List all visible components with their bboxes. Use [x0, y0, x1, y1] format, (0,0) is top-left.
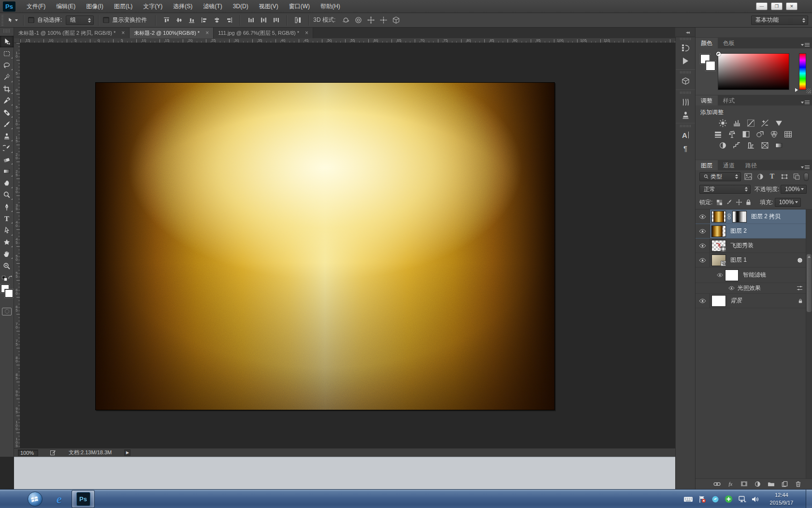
input-method-keyboard-icon[interactable]	[683, 496, 693, 503]
tool-eyedropper[interactable]	[0, 95, 14, 106]
invert-icon[interactable]	[718, 141, 727, 149]
saturation-brightness-picker[interactable]	[718, 53, 789, 90]
paragraph-panel-icon[interactable]: ¶	[678, 142, 693, 154]
layer-filter-type-dropdown[interactable]: 类型	[699, 172, 741, 181]
tab-adjustments[interactable]: 调整	[696, 95, 718, 106]
distribute-widths-button[interactable]	[292, 15, 303, 26]
filter-smart-objects-icon[interactable]	[791, 172, 801, 181]
tool-magic-wand[interactable]	[0, 71, 14, 83]
smart-filters-label[interactable]: 智能滤镜	[743, 271, 766, 279]
align-right-button[interactable]	[224, 15, 234, 26]
menu-edit[interactable]: 编辑(E)	[51, 0, 81, 13]
tool-path-select[interactable]	[0, 224, 14, 236]
layer-row-smart-object[interactable]: 图层 1	[696, 253, 812, 268]
tab-color[interactable]: 颜色	[696, 38, 718, 48]
photo-filter-icon[interactable]	[755, 130, 765, 138]
new-group-icon[interactable]	[767, 480, 775, 488]
tool-dodge[interactable]	[0, 189, 14, 201]
hue-slider[interactable]	[799, 53, 806, 90]
distribute-vcenter-button[interactable]	[258, 15, 269, 26]
network-icon[interactable]	[738, 495, 746, 503]
minimize-button[interactable]: —	[756, 2, 768, 10]
start-button[interactable]	[23, 490, 46, 508]
layer-style-fx-icon[interactable]: fx	[726, 480, 735, 488]
menu-window[interactable]: 窗口(W)	[284, 0, 315, 13]
vibrance-icon[interactable]	[774, 119, 783, 127]
posterize-icon[interactable]	[732, 141, 741, 149]
mask-link-icon[interactable]	[727, 213, 731, 220]
collapse-icons-chevrons[interactable]: ◀◀	[686, 30, 689, 34]
align-bottom-button[interactable]	[186, 15, 197, 26]
clone-source-panel-icon[interactable]	[678, 108, 693, 121]
close-icon[interactable]: ×	[121, 30, 125, 35]
link-layers-icon[interactable]	[713, 480, 721, 488]
menu-3d[interactable]: 3D(D)	[228, 0, 254, 13]
panel-grip[interactable]	[680, 38, 691, 40]
tool-crop[interactable]	[0, 83, 14, 95]
tool-lasso[interactable]	[0, 60, 14, 71]
status-pen-icon[interactable]	[50, 449, 56, 456]
taskbar-internet-explorer[interactable]: e	[47, 490, 71, 508]
exposure-icon[interactable]	[760, 119, 769, 127]
menu-file[interactable]: 文件(F)	[21, 0, 51, 13]
layer-name[interactable]: 背景	[730, 297, 742, 305]
taskbar-photoshop-active[interactable]: Ps	[72, 490, 95, 508]
auto-select-checkbox[interactable]	[28, 17, 34, 23]
workspace-switcher[interactable]: 基本功能	[751, 15, 808, 25]
character-panel-icon[interactable]: A	[678, 129, 693, 141]
doc-tab-1[interactable]: 未标题-1 @ 100% (图层 2 拷贝, RGB/8) * ×	[14, 28, 130, 38]
quick-mask-button[interactable]	[2, 308, 12, 315]
tool-pen[interactable]	[0, 201, 14, 212]
canvas-image-gold-texture[interactable]	[95, 82, 555, 410]
hue-slider-marker[interactable]	[795, 88, 798, 92]
align-top-button[interactable]	[161, 15, 172, 26]
zoom-level-field[interactable]: 100%	[18, 449, 38, 456]
color-balance-icon[interactable]	[727, 130, 737, 138]
tab-layers[interactable]: 图层	[696, 160, 718, 171]
filter-shape-layers-icon[interactable]	[779, 172, 789, 181]
restore-button[interactable]: ❐	[771, 2, 783, 10]
history-panel-icon[interactable]	[678, 42, 693, 54]
align-hcenter-button[interactable]	[211, 15, 222, 26]
menu-filter[interactable]: 滤镜(T)	[198, 0, 227, 13]
input-tool-icon[interactable]	[711, 495, 719, 503]
panel-grip[interactable]	[680, 71, 691, 74]
tool-clone-stamp[interactable]	[0, 130, 14, 142]
visibility-cell[interactable]	[696, 224, 710, 238]
tool-hand[interactable]	[0, 248, 14, 260]
panel-menu-icon[interactable]	[801, 165, 810, 169]
selective-color-icon[interactable]	[760, 141, 769, 149]
background-layer-row[interactable]: 背景	[696, 294, 812, 308]
layer-thumbnail[interactable]	[711, 225, 726, 237]
brush-panel-icon[interactable]	[678, 95, 693, 108]
levels-icon[interactable]	[732, 119, 741, 127]
tool-preset-picker[interactable]	[7, 15, 18, 26]
tool-healing-brush[interactable]	[0, 106, 14, 118]
layer-row-logo[interactable]: 飞 飞图秀装	[696, 239, 812, 253]
show-transform-checkbox[interactable]	[103, 17, 109, 23]
close-button[interactable]: ✕	[786, 2, 798, 10]
black-white-icon[interactable]	[741, 130, 751, 138]
blend-mode-dropdown[interactable]: 正常	[699, 185, 751, 194]
tab-channels[interactable]: 通道	[718, 160, 740, 171]
hue-saturation-icon[interactable]	[713, 130, 723, 138]
close-icon[interactable]: ×	[205, 30, 209, 35]
eye-icon[interactable]	[728, 286, 735, 290]
tab-swatches[interactable]: 色板	[718, 38, 740, 48]
smart-filter-indicator-icon[interactable]	[797, 257, 803, 263]
fill-dropdown[interactable]: 100%	[775, 198, 801, 207]
layer-name[interactable]: 图层 2	[730, 227, 747, 235]
smart-filters-row[interactable]: 智能滤镜	[696, 268, 812, 283]
swap-colors-icon[interactable]	[8, 275, 14, 281]
add-mask-icon[interactable]	[740, 480, 748, 488]
layer-thumbnail[interactable]	[711, 254, 726, 266]
status-options-arrow[interactable]: ▶	[124, 449, 130, 456]
filter-name[interactable]: 光照效果	[738, 284, 761, 292]
visibility-cell[interactable]	[696, 294, 710, 308]
visibility-cell[interactable]	[696, 239, 710, 253]
layer-filter-toggle[interactable]	[804, 173, 809, 181]
layer-mask-thumbnail[interactable]	[732, 211, 747, 223]
filter-pixel-layers-icon[interactable]	[743, 172, 753, 181]
3d-drag-button[interactable]	[365, 15, 376, 26]
panel-menu-icon[interactable]	[801, 101, 810, 104]
